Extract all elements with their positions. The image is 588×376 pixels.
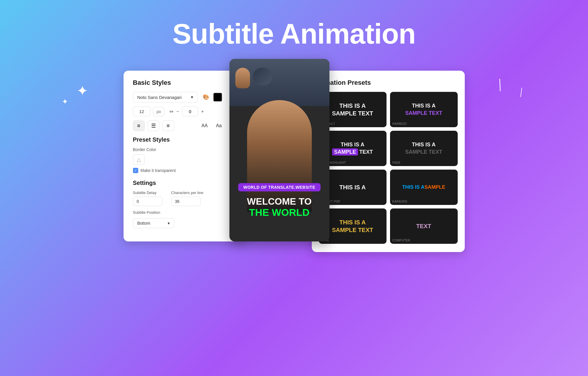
- transparent-checkbox[interactable]: ✓: [133, 168, 138, 173]
- preset-computer-text: TEXT: [416, 223, 431, 230]
- font-selector-value: Noto Sans Devanagari: [137, 95, 182, 100]
- subtitle-delay-label: Subtitle Delay: [133, 191, 162, 195]
- align-left-icon: ≡: [137, 123, 140, 129]
- video-subtitle-line2: THE WORLD: [234, 207, 324, 218]
- chars-per-line-label: Characters per line: [171, 191, 204, 195]
- spacing-decrease-button[interactable]: −: [175, 108, 180, 115]
- preset-card-grey[interactable]: THIS IS A SAMPLE TEXT FADE: [390, 131, 458, 166]
- karaoke-highlight: SAMPLE: [424, 184, 445, 190]
- font-row: Noto Sans Devanagari ▾ 🎨: [133, 92, 238, 102]
- preset-harmozi-text: THIS IS A SAMPLE TEXT: [405, 102, 442, 117]
- harmozi-highlight: SAMPLE TEXT: [405, 110, 442, 116]
- chars-per-line-input[interactable]: [171, 197, 201, 206]
- preset-iran-text: THIS IS ASAMPLE TEXT: [332, 218, 373, 234]
- preset-karaoke-label: KARAOKE: [392, 200, 408, 203]
- align-row: ≡ ☰ ≡ AA Aa aa: [133, 120, 238, 131]
- transparent-label: Make it transparent: [141, 168, 176, 173]
- video-subtitle-area: WELCOME TO THE WORLD: [234, 196, 324, 218]
- border-color-icon: △: [137, 156, 141, 163]
- position-chevron-icon: ▾: [168, 221, 170, 226]
- align-right-button[interactable]: ≡: [162, 120, 174, 131]
- transparent-row: ✓ Make it transparent: [133, 168, 238, 173]
- preset-grey-label: FADE: [392, 161, 401, 164]
- size-row: px ⇔ − + ≡ −: [133, 107, 238, 116]
- shelf-items: [235, 68, 272, 88]
- spacing-increase-button[interactable]: +: [200, 108, 205, 115]
- spacing-controls: ⇔ − +: [169, 107, 205, 116]
- preset-karaoke-text: THIS IS ASAMPLE: [402, 184, 445, 191]
- text-color-swatch[interactable]: [213, 92, 222, 102]
- video-overlay-badge: WORLD OF TRANSLATE.WEBSITE: [238, 183, 321, 191]
- subtitle-position-select[interactable]: Bottom ▾: [133, 218, 174, 228]
- chars-per-line-field: Characters per line: [171, 191, 204, 206]
- border-color-label: Border Color: [133, 147, 238, 152]
- grey-dim-text: SAMPLE TEXT: [405, 149, 442, 155]
- shelf-vase: [235, 68, 250, 88]
- align-center-button[interactable]: ☰: [148, 120, 159, 131]
- content-area: Basic Styles Noto Sans Devanagari ▾ 🎨 px…: [0, 59, 588, 252]
- border-color-swatch[interactable]: △: [133, 154, 145, 165]
- basic-styles-title: Basic Styles: [133, 79, 238, 87]
- titlecase-button[interactable]: Aa: [214, 122, 224, 130]
- presets-grid: THIS IS ASAMPLE TEXT DEFAULT THIS IS A S…: [319, 92, 458, 244]
- color-picker-icon[interactable]: 🎨: [202, 93, 210, 101]
- font-size-input[interactable]: [133, 107, 151, 116]
- font-selector[interactable]: Noto Sans Devanagari ▾: [133, 92, 198, 102]
- preset-computer-label: COMPUTER: [392, 239, 410, 242]
- preset-grey-text: THIS IS A SAMPLE TEXT: [405, 141, 442, 156]
- subtitle-delay-field: Subtitle Delay: [133, 191, 162, 206]
- spacing-icon: ⇔: [169, 109, 173, 114]
- preset-impact-text: THIS IS A: [339, 184, 366, 191]
- align-left-button[interactable]: ≡: [133, 120, 145, 131]
- spacing-input[interactable]: [182, 107, 198, 116]
- animation-presets-panel: nimation Presets THIS IS ASAMPLE TEXT DE…: [312, 71, 465, 252]
- preset-card-karaoke[interactable]: THIS IS ASAMPLE KARAOKE: [390, 170, 458, 205]
- person-silhouette: [247, 100, 312, 212]
- align-right-icon: ≡: [166, 123, 170, 129]
- settings-row: Subtitle Delay Characters per line: [133, 191, 238, 206]
- grey-normal-text: THIS IS A: [412, 142, 435, 148]
- chevron-down-icon: ▾: [191, 95, 193, 100]
- video-preview-panel: WORLD OF TRANSLATE.WEBSITE WELCOME TO TH…: [229, 59, 329, 241]
- preset-harmozi-label: HARMOZI: [392, 122, 407, 125]
- align-center-icon: ☰: [151, 122, 156, 129]
- preset-card-harmozi[interactable]: THIS IS A SAMPLE TEXT HARMOZI: [390, 92, 458, 127]
- px-unit-label: px: [153, 107, 165, 116]
- subtitle-delay-input[interactable]: [133, 197, 162, 206]
- settings-title: Settings: [133, 180, 238, 186]
- preset-styles-title: Preset Styles: [133, 136, 238, 143]
- subtitle-position-label: Subtitle Position: [133, 210, 238, 215]
- uppercase-button[interactable]: AA: [199, 122, 210, 130]
- subtitle-position-field: Subtitle Position Bottom ▾: [133, 210, 238, 228]
- animation-presets-title: nimation Presets: [319, 79, 458, 87]
- box-highlight-span: SAMPLE: [332, 148, 358, 155]
- subtitle-position-value: Bottom: [137, 221, 150, 226]
- page-title: Subtitle Animation: [172, 18, 415, 50]
- shelf-background: [229, 59, 329, 106]
- preset-default-text: THIS IS ASAMPLE TEXT: [332, 102, 373, 117]
- basic-styles-panel: Basic Styles Noto Sans Devanagari ▾ 🎨 px…: [124, 71, 247, 241]
- preset-card-computer[interactable]: TEXT COMPUTER: [390, 208, 458, 244]
- video-subtitle-line1: WELCOME TO: [234, 196, 324, 207]
- preset-box-text: THIS IS A SAMPLE TEXT: [332, 141, 373, 156]
- shelf-teapot: [253, 68, 272, 85]
